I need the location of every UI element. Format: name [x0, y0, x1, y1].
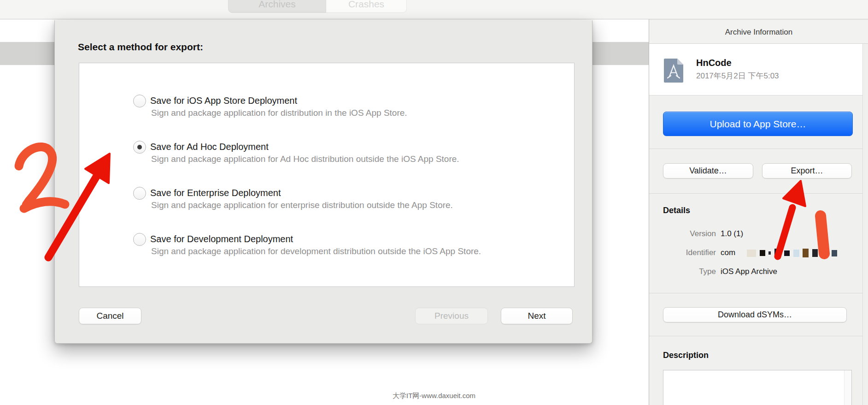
tab-crashes-label: Crashes	[348, 0, 384, 10]
section-divider	[649, 149, 862, 149]
section-divider	[649, 293, 862, 293]
identifier-value: com	[721, 248, 735, 257]
type-label: Type	[663, 267, 716, 276]
download-dsyms-button[interactable]: Download dSYMs…	[663, 307, 847, 322]
option-ios-app-store[interactable]: Save for iOS App Store Deployment Sign a…	[79, 95, 575, 127]
option-label: Save for Development Deployment	[150, 234, 293, 244]
option-enterprise[interactable]: Save for Enterprise Deployment Sign and …	[79, 187, 575, 219]
export-method-group: Save for iOS App Store Deployment Sign a…	[79, 63, 575, 287]
xcode-archive-icon	[663, 58, 684, 83]
option-label: Save for iOS App Store Deployment	[150, 95, 297, 106]
dialog-title: Select a method for export:	[78, 42, 203, 53]
version-label: Version	[663, 229, 716, 238]
archive-date: 2017年5月2日 下午5:03	[696, 71, 779, 81]
next-button[interactable]: Next	[501, 308, 573, 324]
archive-summary-card: HnCode 2017年5月2日 下午5:03	[649, 44, 862, 95]
cancel-button[interactable]: Cancel	[79, 308, 141, 324]
organizer-toolbar	[0, 0, 868, 19]
validate-button[interactable]: Validate…	[663, 163, 753, 179]
option-description: Sign and package application for enterpr…	[151, 200, 453, 210]
section-divider	[649, 336, 862, 336]
export-method-dialog: Select a method for export: Save for iOS…	[54, 20, 592, 344]
option-label: Save for Ad Hoc Deployment	[150, 142, 269, 152]
option-label: Save for Enterprise Deployment	[150, 188, 281, 198]
version-value: 1.0 (1)	[721, 229, 743, 238]
upload-to-app-store-button[interactable]: Upload to App Store…	[663, 112, 853, 136]
description-heading: Description	[663, 351, 709, 360]
radio-ios-app-store[interactable]	[133, 95, 146, 107]
archive-information-panel: Archive Information HnCode 2017年5月2日 下午5…	[649, 19, 868, 405]
detail-row-type: Type iOS App Archive	[649, 267, 852, 277]
organizer-tab-bar: Archives Crashes	[228, 0, 407, 13]
panel-header: Archive Information	[649, 21, 868, 44]
option-description: Sign and package application for develop…	[151, 246, 481, 256]
archive-name: HnCode	[696, 58, 732, 68]
tab-archives[interactable]: Archives	[228, 0, 326, 13]
previous-button: Previous	[415, 308, 488, 324]
option-description: Sign and package application for distrib…	[151, 108, 407, 118]
tab-archives-label: Archives	[258, 0, 296, 10]
type-value: iOS App Archive	[721, 267, 777, 276]
section-divider	[649, 193, 862, 194]
panel-gutter-divider	[862, 44, 863, 405]
radio-ad-hoc-selected[interactable]	[133, 141, 146, 154]
details-heading: Details	[663, 206, 690, 215]
radio-development[interactable]	[133, 233, 146, 246]
detail-row-version: Version 1.0 (1)	[649, 229, 852, 239]
export-button[interactable]: Export…	[762, 163, 852, 179]
option-development[interactable]: Save for Development Deployment Sign and…	[79, 233, 575, 265]
detail-row-identifier: Identifier com	[649, 248, 852, 258]
identifier-redacted-mosaic	[747, 248, 839, 258]
xcode-organizer-window: Archives Crashes Select a method for exp…	[0, 0, 868, 405]
watermark-text: 大学IT网-www.daxueit.com	[0, 392, 868, 400]
option-description: Sign and package application for Ad Hoc …	[151, 154, 459, 164]
tab-crashes[interactable]: Crashes	[326, 0, 407, 13]
option-ad-hoc[interactable]: Save for Ad Hoc Deployment Sign and pack…	[79, 141, 575, 173]
radio-enterprise[interactable]	[133, 187, 146, 200]
identifier-label: Identifier	[663, 248, 716, 257]
